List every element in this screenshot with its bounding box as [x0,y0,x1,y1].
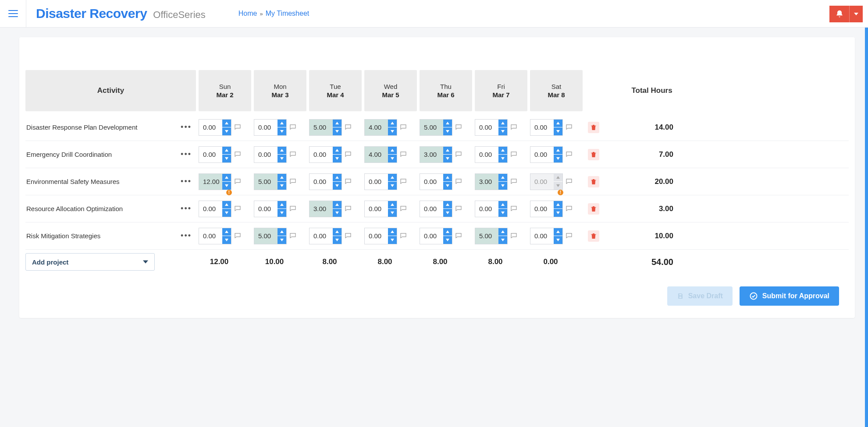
hours-input[interactable] [309,201,333,217]
hours-input[interactable] [420,120,444,135]
step-down-button[interactable] [277,182,286,190]
step-down-button[interactable] [554,209,562,217]
step-down-button[interactable] [333,236,342,244]
step-up-button[interactable] [277,120,286,128]
note-button[interactable] [511,232,517,240]
step-down-button[interactable] [498,155,507,162]
note-button[interactable] [290,124,296,131]
note-button[interactable] [235,151,241,159]
hours-input[interactable] [365,120,388,135]
hours-input[interactable] [199,120,223,135]
note-button[interactable] [566,232,572,240]
hours-input[interactable] [420,228,444,244]
hours-input[interactable] [199,201,223,217]
note-button[interactable] [566,151,572,159]
hours-input[interactable] [199,228,223,244]
step-up-button[interactable] [554,228,562,236]
hours-input[interactable] [365,147,388,162]
note-button[interactable] [455,205,462,213]
note-button[interactable] [235,232,241,240]
step-up-button[interactable] [443,228,452,236]
notifications-dropdown[interactable] [849,6,863,22]
note-button[interactable] [511,124,517,131]
step-up-button[interactable] [554,174,562,182]
step-up-button[interactable] [333,228,342,236]
hours-input[interactable] [420,147,444,162]
note-button[interactable] [345,232,351,240]
step-up-button[interactable] [388,147,397,155]
note-button[interactable] [345,178,351,186]
step-down-button[interactable] [443,155,452,162]
menu-button[interactable] [0,0,26,28]
step-down-button[interactable] [277,209,286,217]
note-button[interactable] [400,124,406,131]
hours-input[interactable] [199,174,223,190]
step-up-button[interactable] [498,147,507,155]
note-button[interactable] [566,124,572,131]
step-up-button[interactable] [333,120,342,128]
step-up-button[interactable] [222,120,231,128]
step-down-button[interactable] [554,236,562,244]
step-down-button[interactable] [388,236,397,244]
step-down-button[interactable] [222,155,231,162]
step-down-button[interactable] [554,182,562,190]
breadcrumb-home[interactable]: Home [238,10,257,18]
step-up-button[interactable] [443,201,452,209]
step-down-button[interactable] [554,127,562,135]
hours-input[interactable] [530,120,554,135]
note-button[interactable] [511,205,517,213]
hours-input[interactable] [475,201,499,217]
step-up-button[interactable] [222,174,231,182]
step-down-button[interactable] [333,182,342,190]
note-button[interactable] [511,151,517,159]
step-up-button[interactable] [277,201,286,209]
step-down-button[interactable] [277,155,286,162]
step-down-button[interactable] [443,127,452,135]
hours-input[interactable] [365,174,388,190]
hours-input[interactable] [254,120,278,135]
notifications-button[interactable] [829,6,849,22]
hours-input[interactable] [365,201,388,217]
step-up-button[interactable] [333,201,342,209]
hours-input[interactable] [254,174,278,190]
step-down-button[interactable] [498,236,507,244]
submit-approval-button[interactable]: Submit for Approval [740,286,839,306]
note-button[interactable] [345,151,351,159]
hours-input[interactable] [254,228,278,244]
step-down-button[interactable] [498,182,507,190]
step-down-button[interactable] [498,127,507,135]
step-down-button[interactable] [222,127,231,135]
row-menu-button[interactable]: ••• [177,229,195,242]
hours-input[interactable] [309,120,333,135]
step-down-button[interactable] [222,236,231,244]
breadcrumb-current[interactable]: My Timesheet [266,10,309,18]
note-button[interactable] [455,124,462,131]
hours-input[interactable] [254,147,278,162]
step-down-button[interactable] [388,182,397,190]
step-down-button[interactable] [222,182,231,190]
hours-input[interactable] [420,174,444,190]
note-button[interactable] [400,205,406,213]
row-menu-button[interactable]: ••• [177,202,195,215]
hours-input[interactable] [530,201,554,217]
step-up-button[interactable] [222,201,231,209]
note-button[interactable] [400,232,406,240]
hours-input[interactable] [475,174,499,190]
hours-input[interactable] [254,201,278,217]
delete-row-button[interactable] [588,149,599,160]
hours-input[interactable] [309,228,333,244]
step-down-button[interactable] [443,182,452,190]
note-button[interactable] [345,124,351,131]
step-down-button[interactable] [554,155,562,162]
add-project-dropdown[interactable]: Add project [25,253,155,271]
step-down-button[interactable] [443,236,452,244]
step-up-button[interactable] [333,147,342,155]
note-button[interactable] [566,178,572,186]
step-down-button[interactable] [498,209,507,217]
hours-input[interactable] [309,147,333,162]
row-menu-button[interactable]: ••• [177,175,195,188]
note-button[interactable] [290,205,296,213]
step-up-button[interactable] [498,228,507,236]
hours-input[interactable] [365,228,388,244]
step-down-button[interactable] [443,209,452,217]
